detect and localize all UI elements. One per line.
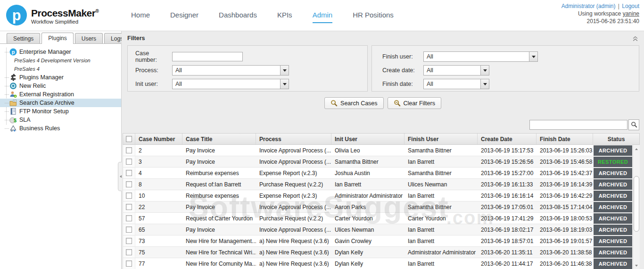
logout-link[interactable]: Logout bbox=[622, 3, 639, 9]
create-date-label: Create date: bbox=[382, 67, 423, 74]
sidebar-item-search-case-archive[interactable]: Search Case Archive bbox=[0, 99, 121, 107]
row-checkbox[interactable] bbox=[126, 159, 132, 165]
row-checkbox[interactable] bbox=[126, 215, 132, 221]
row-checkbox[interactable] bbox=[126, 147, 132, 153]
column-header-finish-date[interactable]: Finish Date bbox=[537, 134, 593, 144]
process-select[interactable]: All bbox=[172, 65, 289, 76]
nav-hr-positions[interactable]: HR Positions bbox=[353, 11, 394, 23]
column-header-init-user[interactable]: Init User bbox=[331, 134, 405, 144]
search-cases-button[interactable]: Search Cases bbox=[324, 97, 384, 109]
init-user-select[interactable]: All bbox=[172, 79, 289, 89]
finish-user-select[interactable]: All bbox=[423, 51, 538, 62]
sidebar-item-sla[interactable]: $SLA bbox=[0, 116, 121, 124]
logo[interactable]: p ProcessMaker® Workflow Simplified bbox=[0, 0, 112, 26]
row-checkbox[interactable] bbox=[126, 170, 132, 176]
create-date-select[interactable]: All bbox=[423, 65, 489, 76]
tab-plugins[interactable]: Plugins bbox=[41, 33, 73, 44]
column-header-create-date[interactable]: Create Date bbox=[478, 134, 537, 144]
nav-dashboards[interactable]: Dashboards bbox=[219, 11, 257, 23]
finish-date-select[interactable]: All bbox=[423, 79, 489, 89]
nav-designer[interactable]: Designer bbox=[170, 11, 198, 23]
sidebar-item-new-relic[interactable]: New Relic bbox=[0, 82, 121, 90]
nav-kpis[interactable]: KPIs bbox=[277, 11, 292, 23]
sidebar-item-plugins-manager[interactable]: Plugins Manager bbox=[0, 73, 121, 82]
status-badge: ARCHIVED bbox=[594, 225, 632, 235]
case-number-input[interactable] bbox=[172, 52, 243, 61]
sidebar-item-label: PreSales 4 Development Version bbox=[14, 58, 91, 63]
table-row[interactable]: 57Request of:Carter YourdonPurchase Requ… bbox=[123, 213, 633, 224]
search-cases-label: Search Cases bbox=[340, 100, 378, 107]
column-header-status[interactable]: Status bbox=[593, 134, 639, 144]
tree-elbow bbox=[5, 86, 9, 86]
cell-case-number: 75 bbox=[135, 247, 182, 258]
tree-elbow bbox=[5, 77, 9, 78]
table-row[interactable]: 2Pay InvoiceInvoice Approval Process (..… bbox=[123, 145, 633, 156]
case-table: Case NumberCase TitleProcessInit UserFin… bbox=[123, 133, 640, 269]
row-checkbox[interactable] bbox=[126, 261, 132, 267]
column-header-case-title[interactable]: Case Title bbox=[182, 134, 256, 144]
sidebar-item-enterprise-manager[interactable]: pEnterprise Manager bbox=[0, 48, 121, 56]
row-select-cell bbox=[123, 235, 135, 246]
column-header-finish-user[interactable]: Finish User bbox=[405, 134, 478, 144]
cell-finish-user: Samantha Bittner bbox=[405, 202, 478, 212]
cell-finish-date: 2013-06-19 15:46:58 bbox=[537, 156, 593, 167]
select-all-checkbox[interactable] bbox=[126, 136, 132, 142]
table-row[interactable]: 77New Hire for Comunity Ma...a) New Hire… bbox=[123, 258, 633, 269]
sidebar-item-external-registration[interactable]: External Registration bbox=[0, 90, 121, 99]
row-checkbox[interactable] bbox=[126, 193, 132, 199]
init-user-select-value: All bbox=[173, 79, 280, 89]
tab-users[interactable]: Users bbox=[75, 33, 103, 43]
nav-admin[interactable]: Admin bbox=[313, 11, 333, 23]
sidebar-item-presales-4[interactable]: PreSales 4 bbox=[0, 65, 121, 73]
row-select-cell bbox=[123, 247, 135, 258]
sidebar-item-ftp-monitor-setup[interactable]: FTP Monitor Setup bbox=[0, 107, 121, 116]
row-checkbox[interactable] bbox=[126, 181, 132, 187]
cell-case-title: Pay Invoice bbox=[182, 145, 256, 156]
table-scrollbar[interactable] bbox=[633, 145, 640, 269]
table-row[interactable]: 4Reimburse expensesExpense Report (v.2.3… bbox=[123, 168, 633, 179]
cell-process: a) New Hire Request (v.3.6) bbox=[256, 258, 331, 269]
tab-settings[interactable]: Settings bbox=[7, 33, 40, 43]
main-nav: HomeDesignerDashboardsKPIsAdminHR Positi… bbox=[131, 0, 394, 23]
finish-user-select-value: All bbox=[424, 52, 529, 61]
row-checkbox[interactable] bbox=[126, 249, 132, 255]
column-header-process[interactable]: Process bbox=[256, 134, 331, 144]
row-checkbox[interactable] bbox=[126, 227, 132, 233]
table-search-button[interactable] bbox=[628, 119, 639, 130]
workspace-name-link[interactable]: yanine bbox=[623, 10, 639, 17]
scrollbar-thumb[interactable] bbox=[634, 176, 639, 232]
collapse-filters-button[interactable] bbox=[632, 35, 638, 42]
table-row[interactable]: 65Pay InvoiceInvoice Approval Process (.… bbox=[123, 224, 633, 235]
table-row[interactable]: 75New Hire for Technical Wri...a) New Hi… bbox=[123, 247, 633, 258]
table-search-input[interactable] bbox=[529, 120, 627, 130]
table-row[interactable]: 10Reimburse expensesExpense Report (v.2.… bbox=[123, 190, 633, 202]
row-checkbox[interactable] bbox=[126, 238, 132, 244]
row-select-cell bbox=[123, 156, 135, 167]
chevron-down-icon bbox=[529, 52, 537, 61]
nav-home[interactable]: Home bbox=[131, 11, 150, 23]
scroll-down-button[interactable] bbox=[633, 263, 640, 269]
row-checkbox[interactable] bbox=[126, 204, 132, 210]
status-badge: ARCHIVED bbox=[594, 236, 632, 246]
table-row[interactable]: 73New Hire for Management...a) New Hire … bbox=[123, 235, 633, 247]
case-table-header: Case NumberCase TitleProcessInit UserFin… bbox=[123, 133, 640, 145]
brand-tagline: Workflow Simplified bbox=[31, 19, 99, 25]
row-select-cell bbox=[123, 179, 135, 190]
user-link[interactable]: Administrator (admin) bbox=[561, 3, 616, 9]
table-row[interactable]: 3Pay InvoiceInvoice Approval Process (..… bbox=[123, 156, 633, 168]
table-row[interactable]: 8Request of:Ian BarrettPurchase Request … bbox=[123, 179, 633, 190]
puzzle-icon bbox=[9, 74, 17, 81]
scroll-up-button[interactable] bbox=[633, 145, 640, 151]
sidebar-item-presales-4-development-version[interactable]: PreSales 4 Development Version bbox=[0, 56, 121, 65]
sidebar-item-label: FTP Monitor Setup bbox=[19, 108, 69, 115]
tree-elbow bbox=[5, 120, 9, 120]
sidebar-collapse-handle[interactable] bbox=[118, 162, 122, 191]
search-icon bbox=[631, 121, 637, 128]
sidebar-item-business-rules[interactable]: Business Rules bbox=[0, 124, 121, 133]
cell-case-number: 73 bbox=[135, 235, 182, 246]
clear-filters-button[interactable]: Clear Filters bbox=[388, 97, 441, 109]
table-row[interactable]: 22Pay InvoiceInvoice Approval Process (.… bbox=[123, 202, 633, 213]
filter-actions: Search Cases Clear Filters bbox=[122, 97, 644, 109]
column-header-case-number[interactable]: Case Number bbox=[135, 134, 182, 144]
sidebar-item-label: Enterprise Manager bbox=[19, 49, 71, 55]
